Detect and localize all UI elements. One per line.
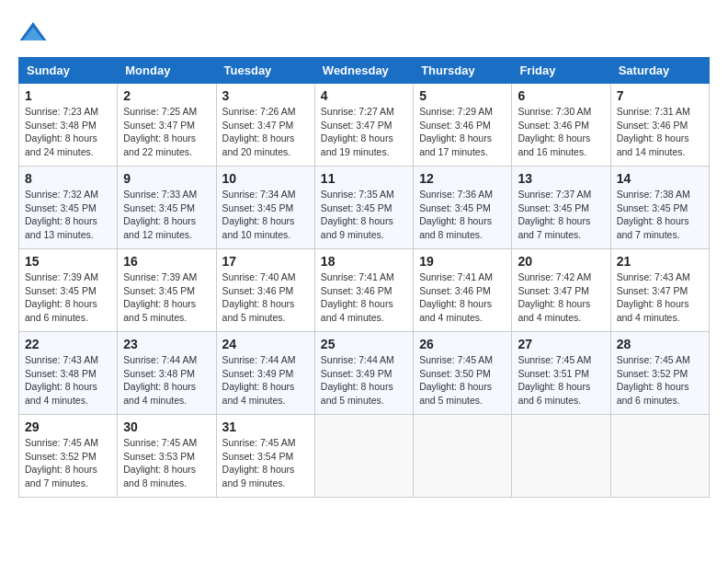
calendar-cell: 5 Sunrise: 7:29 AM Sunset: 3:46 PM Dayli… — [414, 84, 512, 167]
sunset-label: Sunset: 3:46 PM — [419, 120, 491, 131]
day-number: 11 — [321, 171, 407, 186]
sunset-label: Sunset: 3:45 PM — [419, 202, 491, 213]
day-info: Sunrise: 7:31 AM Sunset: 3:46 PM Dayligh… — [617, 105, 703, 159]
day-number: 1 — [25, 88, 111, 103]
day-info: Sunrise: 7:41 AM Sunset: 3:46 PM Dayligh… — [321, 270, 407, 325]
calendar-cell: 1 Sunrise: 7:23 AM Sunset: 3:48 PM Dayli… — [19, 84, 118, 167]
calendar-cell: 30 Sunrise: 7:45 AM Sunset: 3:53 PM Dayl… — [118, 415, 216, 498]
sunrise-label: Sunrise: 7:44 AM — [123, 354, 197, 365]
day-number: 19 — [419, 254, 506, 269]
daylight-label: Daylight: 8 hours and 5 minutes. — [321, 381, 393, 406]
day-number: 14 — [617, 171, 703, 186]
daylight-label: Daylight: 8 hours and 5 minutes. — [419, 381, 492, 406]
day-number: 29 — [25, 419, 111, 434]
sunrise-label: Sunrise: 7:23 AM — [25, 106, 98, 117]
calendar-cell: 16 Sunrise: 7:39 AM Sunset: 3:45 PM Dayl… — [118, 249, 216, 332]
calendar-cell: 20 Sunrise: 7:42 AM Sunset: 3:47 PM Dayl… — [512, 249, 610, 332]
day-info: Sunrise: 7:27 AM Sunset: 3:47 PM Dayligh… — [321, 105, 407, 159]
daylight-label: Daylight: 8 hours and 6 minutes. — [617, 381, 689, 406]
sunset-label: Sunset: 3:53 PM — [123, 451, 195, 462]
day-info: Sunrise: 7:32 AM Sunset: 3:45 PM Dayligh… — [25, 188, 111, 242]
sunrise-label: Sunrise: 7:39 AM — [123, 271, 197, 282]
calendar-cell: 22 Sunrise: 7:43 AM Sunset: 3:48 PM Dayl… — [19, 332, 118, 415]
sunset-label: Sunset: 3:47 PM — [518, 285, 589, 296]
calendar-cell: 15 Sunrise: 7:39 AM Sunset: 3:45 PM Dayl… — [19, 249, 118, 332]
sunrise-label: Sunrise: 7:27 AM — [321, 106, 394, 117]
day-info: Sunrise: 7:36 AM Sunset: 3:45 PM Dayligh… — [419, 188, 506, 242]
weekday-header-row: SundayMondayTuesdayWednesdayThursdayFrid… — [19, 58, 710, 84]
calendar-cell: 8 Sunrise: 7:32 AM Sunset: 3:45 PM Dayli… — [19, 167, 118, 249]
sunset-label: Sunset: 3:49 PM — [222, 368, 294, 379]
day-info: Sunrise: 7:44 AM Sunset: 3:48 PM Dayligh… — [123, 353, 210, 408]
daylight-label: Daylight: 8 hours and 4 minutes. — [617, 298, 689, 323]
sunset-label: Sunset: 3:45 PM — [617, 202, 688, 213]
calendar-cell: 29 Sunrise: 7:45 AM Sunset: 3:52 PM Dayl… — [19, 415, 118, 498]
day-info: Sunrise: 7:40 AM Sunset: 3:46 PM Dayligh… — [222, 270, 309, 325]
sunset-label: Sunset: 3:45 PM — [25, 285, 97, 296]
weekday-header-cell: Thursday — [414, 58, 512, 84]
calendar-cell: 25 Sunrise: 7:44 AM Sunset: 3:49 PM Dayl… — [314, 332, 413, 415]
day-number: 24 — [222, 337, 309, 351]
day-number: 23 — [123, 337, 210, 351]
day-info: Sunrise: 7:43 AM Sunset: 3:48 PM Dayligh… — [25, 353, 111, 408]
day-info: Sunrise: 7:37 AM Sunset: 3:45 PM Dayligh… — [518, 188, 604, 242]
sunrise-label: Sunrise: 7:36 AM — [419, 189, 493, 200]
sunset-label: Sunset: 3:45 PM — [222, 202, 294, 213]
calendar-cell: 11 Sunrise: 7:35 AM Sunset: 3:45 PM Dayl… — [314, 167, 413, 249]
calendar-cell: 10 Sunrise: 7:34 AM Sunset: 3:45 PM Dayl… — [216, 167, 314, 249]
day-number: 28 — [617, 337, 703, 351]
sunset-label: Sunset: 3:50 PM — [419, 368, 491, 379]
day-info: Sunrise: 7:29 AM Sunset: 3:46 PM Dayligh… — [419, 105, 506, 159]
sunset-label: Sunset: 3:51 PM — [518, 368, 589, 379]
calendar-cell: 19 Sunrise: 7:41 AM Sunset: 3:46 PM Dayl… — [414, 249, 512, 332]
day-info: Sunrise: 7:26 AM Sunset: 3:47 PM Dayligh… — [222, 105, 309, 159]
daylight-label: Daylight: 8 hours and 6 minutes. — [25, 298, 97, 323]
sunrise-label: Sunrise: 7:45 AM — [123, 437, 197, 448]
day-number: 18 — [321, 254, 407, 269]
sunset-label: Sunset: 3:47 PM — [222, 120, 294, 131]
sunrise-label: Sunrise: 7:45 AM — [617, 354, 690, 365]
day-info: Sunrise: 7:33 AM Sunset: 3:45 PM Dayligh… — [123, 188, 210, 242]
daylight-label: Daylight: 8 hours and 9 minutes. — [321, 215, 393, 240]
day-info: Sunrise: 7:45 AM Sunset: 3:52 PM Dayligh… — [25, 436, 111, 490]
sunset-label: Sunset: 3:48 PM — [123, 368, 195, 379]
day-number: 30 — [123, 419, 210, 434]
day-info: Sunrise: 7:41 AM Sunset: 3:46 PM Dayligh… — [419, 270, 506, 325]
day-info: Sunrise: 7:25 AM Sunset: 3:47 PM Dayligh… — [123, 105, 210, 159]
day-number: 31 — [222, 419, 309, 434]
day-number: 10 — [222, 171, 309, 186]
calendar-cell: 13 Sunrise: 7:37 AM Sunset: 3:45 PM Dayl… — [512, 167, 610, 249]
day-info: Sunrise: 7:38 AM Sunset: 3:45 PM Dayligh… — [617, 188, 703, 242]
sunset-label: Sunset: 3:49 PM — [321, 368, 392, 379]
day-number: 5 — [419, 88, 506, 103]
calendar-cell: 2 Sunrise: 7:25 AM Sunset: 3:47 PM Dayli… — [118, 84, 216, 167]
daylight-label: Daylight: 8 hours and 12 minutes. — [123, 215, 196, 240]
day-number: 27 — [518, 337, 604, 351]
sunset-label: Sunset: 3:46 PM — [222, 285, 294, 296]
sunrise-label: Sunrise: 7:25 AM — [123, 106, 197, 117]
calendar-cell: 12 Sunrise: 7:36 AM Sunset: 3:45 PM Dayl… — [414, 167, 512, 249]
calendar-cell — [314, 415, 413, 498]
weekday-header-cell: Monday — [118, 58, 216, 84]
daylight-label: Daylight: 8 hours and 7 minutes. — [25, 464, 97, 488]
daylight-label: Daylight: 8 hours and 4 minutes. — [123, 381, 196, 406]
daylight-label: Daylight: 8 hours and 14 minutes. — [617, 132, 689, 157]
calendar-cell: 31 Sunrise: 7:45 AM Sunset: 3:54 PM Dayl… — [216, 415, 314, 498]
sunrise-label: Sunrise: 7:31 AM — [617, 106, 690, 117]
weekday-header-cell: Wednesday — [314, 58, 413, 84]
day-info: Sunrise: 7:39 AM Sunset: 3:45 PM Dayligh… — [123, 270, 210, 325]
day-info: Sunrise: 7:35 AM Sunset: 3:45 PM Dayligh… — [321, 188, 407, 242]
sunrise-label: Sunrise: 7:45 AM — [222, 437, 296, 448]
daylight-label: Daylight: 8 hours and 8 minutes. — [123, 464, 196, 488]
day-number: 8 — [25, 171, 111, 186]
calendar-cell: 3 Sunrise: 7:26 AM Sunset: 3:47 PM Dayli… — [216, 84, 314, 167]
calendar-cell — [610, 415, 709, 498]
weekday-header-cell: Sunday — [19, 58, 118, 84]
sunset-label: Sunset: 3:47 PM — [123, 120, 195, 131]
daylight-label: Daylight: 8 hours and 8 minutes. — [419, 215, 492, 240]
calendar-body: 1 Sunrise: 7:23 AM Sunset: 3:48 PM Dayli… — [19, 84, 710, 498]
sunset-label: Sunset: 3:45 PM — [123, 202, 195, 213]
day-number: 6 — [518, 88, 604, 103]
daylight-label: Daylight: 8 hours and 13 minutes. — [25, 215, 97, 240]
sunrise-label: Sunrise: 7:42 AM — [518, 271, 591, 282]
